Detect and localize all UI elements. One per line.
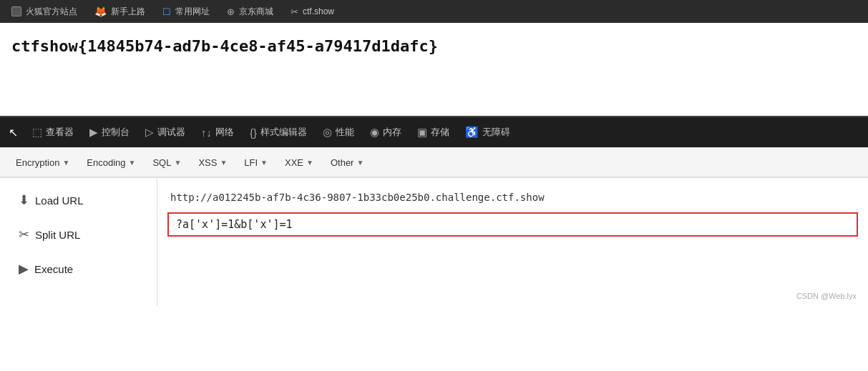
accessibility-icon: ♿	[465, 126, 479, 139]
console-icon: ▶	[89, 126, 98, 139]
split-url-label: Split URL	[35, 229, 80, 241]
debugger-icon: ▷	[145, 126, 154, 139]
devtools-storage-btn[interactable]: ▣ 存储	[410, 122, 457, 143]
perf-label: 性能	[336, 126, 354, 139]
tab4-favicon: ⊕	[227, 6, 235, 17]
tab1-favicon	[11, 6, 21, 16]
sql-arrow: ▼	[174, 159, 181, 167]
storage-label: 存储	[431, 126, 449, 139]
devtools-debugger-btn[interactable]: ▷ 调试器	[138, 122, 192, 143]
memory-label: 内存	[383, 126, 401, 139]
tab-2[interactable]: 🦊 新手上路	[89, 4, 151, 19]
tab-4[interactable]: ⊕ 京东商城	[221, 4, 279, 19]
tab5-label: ctf.show	[303, 6, 334, 16]
toolbar-sql-btn[interactable]: SQL ▼	[145, 154, 188, 171]
load-url-icon: ⬇	[19, 192, 29, 208]
split-url-button[interactable]: ✂ Split URL	[9, 219, 148, 249]
browser-tab-bar: 火狐官方站点 🦊 新手上路 ☐ 常用网址 ⊕ 京东商城 ✂ ctf.show	[0, 0, 868, 23]
perf-icon: ◎	[323, 126, 332, 139]
other-label: Other	[331, 157, 354, 168]
tab3-label: 常用网址	[175, 6, 210, 18]
watermark: CSDN @Web.lyx	[796, 292, 857, 300]
devtools-bar: ↖ ⬚ 查看器 ▶ 控制台 ▷ 调试器 ↑↓ 网络 {} 样式编辑器 ◎ 性能 …	[0, 116, 868, 147]
sidebar: ⬇ Load URL ✂ Split URL ▶ Execute	[0, 178, 157, 306]
devtools-network-btn[interactable]: ↑↓ 网络	[194, 122, 241, 143]
encoding-label: Encoding	[87, 157, 125, 168]
split-url-icon: ✂	[19, 227, 29, 242]
console-label: 控制台	[102, 126, 130, 139]
tab1-label: 火狐官方站点	[26, 6, 77, 18]
tab-1[interactable]: 火狐官方站点	[6, 4, 83, 19]
load-url-label: Load URL	[35, 194, 84, 207]
devtools-cursor-btn[interactable]: ↖	[3, 122, 24, 144]
devtools-accessibility-btn[interactable]: ♿ 无障碍	[458, 122, 517, 143]
network-label: 网络	[215, 126, 234, 139]
style-icon: {}	[250, 127, 257, 139]
execute-icon: ▶	[19, 261, 29, 277]
tab2-label: 新手上路	[111, 6, 145, 18]
cursor-icon: ↖	[9, 126, 18, 139]
tab3-favicon: ☐	[162, 6, 171, 17]
tab2-favicon: 🦊	[94, 6, 107, 17]
debugger-label: 调试器	[157, 126, 185, 139]
devtools-console-btn[interactable]: ▶ 控制台	[82, 122, 137, 143]
style-label: 样式编辑器	[260, 126, 307, 139]
toolbar-lfi-btn[interactable]: LFI ▼	[237, 154, 275, 171]
inspector-label: 查看器	[46, 126, 74, 139]
other-arrow: ▼	[356, 159, 364, 167]
url-display: http://a012245b-af7b-4c36-9807-1b33cb0e2…	[167, 188, 858, 207]
content-wrapper: http://a012245b-af7b-4c36-9807-1b33cb0e2…	[157, 178, 868, 306]
xxe-arrow: ▼	[306, 159, 313, 167]
page-content-area: ctfshow{14845b74-ad7b-4ce8-af45-a79417d1…	[0, 23, 868, 116]
main-panel: ⬇ Load URL ✂ Split URL ▶ Execute http://…	[0, 177, 868, 306]
flag-text: ctfshow{14845b74-ad7b-4ce8-af45-a79417d1…	[11, 37, 857, 55]
devtools-perf-btn[interactable]: ◎ 性能	[316, 122, 361, 143]
execute-button[interactable]: ▶ Execute	[9, 254, 148, 284]
xss-arrow: ▼	[220, 159, 227, 167]
tab5-favicon: ✂	[291, 6, 298, 17]
tab-3[interactable]: ☐ 常用网址	[157, 4, 215, 19]
encryption-arrow: ▼	[62, 159, 69, 167]
params-display: ?a['x']=1&b['x']=1	[167, 212, 858, 237]
tab4-label: 京东商城	[239, 6, 273, 18]
storage-icon: ▣	[417, 126, 427, 139]
network-icon: ↑↓	[201, 127, 212, 139]
toolbar: Encryption ▼ Encoding ▼ SQL ▼ XSS ▼ LFI …	[0, 147, 868, 177]
xxe-label: XXE	[285, 157, 303, 168]
encryption-label: Encryption	[16, 157, 59, 168]
inspector-icon: ⬚	[32, 126, 42, 139]
toolbar-encoding-btn[interactable]: Encoding ▼	[79, 154, 142, 171]
lfi-arrow: ▼	[260, 159, 268, 167]
toolbar-encryption-btn[interactable]: Encryption ▼	[9, 154, 77, 171]
memory-icon: ◉	[370, 126, 379, 139]
content-area: http://a012245b-af7b-4c36-9807-1b33cb0e2…	[157, 178, 868, 247]
toolbar-xss-btn[interactable]: XSS ▼	[191, 154, 234, 171]
load-url-button[interactable]: ⬇ Load URL	[9, 185, 148, 215]
xss-label: XSS	[198, 157, 217, 168]
devtools-style-btn[interactable]: {} 样式编辑器	[243, 122, 314, 143]
toolbar-xxe-btn[interactable]: XXE ▼	[278, 154, 321, 171]
accessibility-label: 无障碍	[482, 126, 510, 139]
devtools-memory-btn[interactable]: ◉ 内存	[363, 122, 409, 143]
encoding-arrow: ▼	[129, 159, 136, 167]
devtools-inspector-btn[interactable]: ⬚ 查看器	[25, 122, 81, 143]
tab-5[interactable]: ✂ ctf.show	[285, 5, 340, 19]
execute-label: Execute	[34, 263, 73, 275]
lfi-label: LFI	[244, 157, 258, 168]
sql-label: SQL	[152, 157, 171, 168]
toolbar-other-btn[interactable]: Other ▼	[323, 154, 371, 171]
